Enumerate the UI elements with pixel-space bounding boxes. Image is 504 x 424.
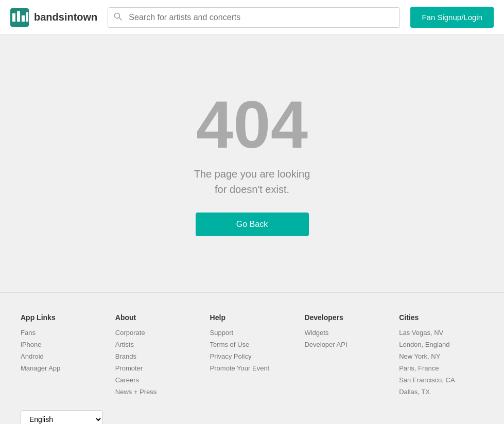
footer-col-about: About Corporate Artists Brands Promoter … [115,313,200,400]
svg-rect-4 [26,12,28,22]
language-select[interactable]: English Español Français Deutsch Italian… [21,410,103,424]
search-input[interactable] [108,7,400,28]
footer-link-developer-api[interactable]: Developer API [304,341,389,348]
footer-link-fans[interactable]: Fans [21,329,105,337]
footer-link-promoter[interactable]: Promoter [115,364,200,372]
footer-link-manager-app[interactable]: Manager App [21,364,105,372]
search-wrapper [108,7,400,28]
go-back-button[interactable]: Go Back [196,213,309,236]
footer-link-las-vegas[interactable]: Las Vegas, NV [399,329,483,337]
svg-rect-2 [17,11,20,22]
footer-link-paris[interactable]: Paris, France [399,364,483,372]
footer-col-about-title: About [115,313,200,322]
footer-link-terms-of-use[interactable]: Terms of Use [210,341,294,348]
error-code: 404 [196,91,308,158]
footer-link-support[interactable]: Support [210,329,294,337]
footer-col-cities-title: Cities [399,313,483,322]
header: bandsintown Fan Signup/Login [0,0,504,35]
footer-col-right: English Español Français Deutsch Italian… [21,410,483,424]
svg-line-6 [119,17,122,20]
footer-link-android[interactable]: Android [21,352,105,360]
footer-link-news-press[interactable]: News + Press [115,388,200,396]
error-line1: The page you are looking [194,168,310,180]
signup-button[interactable]: Fan Signup/Login [410,7,494,28]
footer-link-london[interactable]: London, England [399,341,483,348]
footer-link-privacy-policy[interactable]: Privacy Policy [210,352,294,360]
footer-link-careers[interactable]: Careers [115,376,200,384]
footer-link-san-francisco[interactable]: San Francisco, CA [399,376,483,384]
error-message: The page you are looking for doesn't exi… [194,166,310,197]
footer-col-cities: Cities Las Vegas, NV London, England New… [399,313,483,400]
main-content: 404 The page you are looking for doesn't… [0,35,504,292]
error-line2: for doesn't exist. [215,184,289,195]
footer-link-corporate[interactable]: Corporate [115,329,200,337]
logo-icon [10,8,29,27]
search-icon [114,12,122,23]
footer-link-brands[interactable]: Brands [115,352,200,360]
footer-link-dallas[interactable]: Dallas, TX [399,388,483,396]
footer-link-iphone[interactable]: iPhone [21,341,105,348]
footer-link-new-york[interactable]: New York, NY [399,352,483,360]
footer-col-app-links-title: App Links [21,313,105,322]
footer-link-widgets[interactable]: Widgets [304,329,389,337]
footer-link-promote-event[interactable]: Promote Your Event [210,364,294,372]
footer-col-developers-title: Developers [304,313,389,322]
svg-rect-3 [22,15,25,22]
logo[interactable]: bandsintown [10,8,97,27]
svg-rect-1 [12,13,15,22]
footer-col-help-title: Help [210,313,294,322]
footer-link-artists[interactable]: Artists [115,341,200,348]
footer-columns: App Links Fans iPhone Android Manager Ap… [21,313,483,424]
footer-col-help: Help Support Terms of Use Privacy Policy… [210,313,294,400]
footer-col-developers: Developers Widgets Developer API [304,313,389,400]
logo-text: bandsintown [34,11,97,23]
footer-col-app-links: App Links Fans iPhone Android Manager Ap… [21,313,105,400]
footer: App Links Fans iPhone Android Manager Ap… [0,292,504,424]
